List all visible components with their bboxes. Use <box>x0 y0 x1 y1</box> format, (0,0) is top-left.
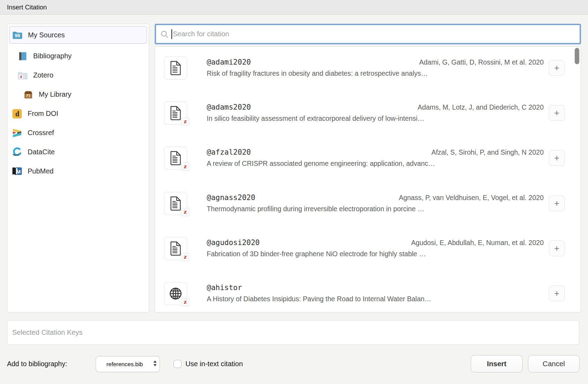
citation-authors: Adami, G, Gatti, D, Rossini, M et al. 20… <box>419 58 544 67</box>
crossref-icon <box>12 128 22 138</box>
add-citation-button[interactable]: + <box>549 60 565 76</box>
svg-text:d: d <box>15 110 19 118</box>
sidebar-item-bibliography[interactable]: Bibliography <box>7 46 149 66</box>
add-citation-button[interactable]: + <box>549 195 565 211</box>
sidebar-item-label: Bibliography <box>33 52 72 60</box>
selected-citation-keys-input[interactable]: Selected Citation Keys <box>7 320 579 345</box>
sidebar-item-label: My Library <box>39 90 71 98</box>
zotero-badge: z <box>181 253 189 261</box>
citation-key: @adami2020 <box>207 58 251 67</box>
sidebar-item-label: My Sources <box>28 31 65 39</box>
sidebar-item-datacite[interactable]: DataCite <box>7 142 149 162</box>
text-caret <box>171 29 172 39</box>
doi-icon: d <box>12 109 22 119</box>
citation-title: A review of CRISPR associated genome eng… <box>207 159 544 168</box>
citation-authors: Agudosi, E, Abdullah, E, Numan, et al. 2… <box>411 238 544 247</box>
bibliography-file-value: references.bib <box>96 356 160 372</box>
sidebar-item-pubmed[interactable]: M PubMed <box>7 162 149 181</box>
citation-title: Fabrication of 3D binder-free graphene N… <box>207 249 544 258</box>
cancel-button[interactable]: Cancel <box>528 355 580 372</box>
search-icon <box>160 30 169 38</box>
dialog-titlebar: Insert Citation <box>0 0 588 15</box>
citation-key: @adams2020 <box>207 103 251 112</box>
sidebar-item-crossref[interactable]: Crossref <box>7 123 149 142</box>
webpage-globe-icon: z <box>164 282 187 305</box>
sidebar-item-zotero[interactable]: z Zotero <box>7 66 149 85</box>
add-citation-button[interactable]: + <box>549 241 565 256</box>
sidebar-item-from-doi[interactable]: d From DOI <box>7 104 149 123</box>
search-input[interactable]: Search for citation <box>155 24 581 44</box>
citation-row[interactable]: z @agnass2020Agnass, P, van Veldhuisen, … <box>164 192 566 215</box>
select-stepper-icon <box>153 361 157 368</box>
document-icon <box>164 57 187 80</box>
sources-sidebar: 99 My Sources Bibliography z Zotero z My… <box>7 24 149 312</box>
add-to-bibliography-label: Add to bibliography: <box>7 356 67 372</box>
use-in-text-citation-checkbox[interactable] <box>174 360 182 368</box>
bibliography-file-select[interactable]: references.bib <box>96 356 160 372</box>
citation-title: Risk of fragility fractures in obesity a… <box>207 69 544 78</box>
citation-row[interactable]: @adami2020Adami, G, Gatti, D, Rossini, M… <box>164 57 566 80</box>
zotero-badge: z <box>181 208 189 216</box>
search-placeholder: Search for citation <box>173 30 229 38</box>
add-citation-button[interactable]: + <box>549 286 565 301</box>
dialog-title: Insert Citation <box>0 0 588 14</box>
zotero-badge: z <box>181 163 189 171</box>
sidebar-item-label: PubMed <box>28 167 54 175</box>
add-citation-button[interactable]: + <box>549 150 565 166</box>
citation-row[interactable]: z @ahistor A History of Diabetes Insipid… <box>164 282 566 305</box>
scrollbar-thumb[interactable] <box>575 48 579 64</box>
citation-list: @adami2020Adami, G, Gatti, D, Rossini, M… <box>155 46 581 312</box>
selected-keys-placeholder: Selected Citation Keys <box>7 320 579 345</box>
citation-key: @afzal2020 <box>207 148 251 157</box>
zotero-badge: z <box>181 118 189 126</box>
zotero-badge: z <box>181 298 189 306</box>
document-icon: z <box>164 237 187 260</box>
citation-authors: Adams, M, Lotz, J, and Diederich, C 2020 <box>418 103 544 112</box>
library-box-icon: z <box>23 89 34 100</box>
quotes-folder-icon: 99 <box>12 30 23 40</box>
zotero-folder-icon: z <box>17 70 28 81</box>
pubmed-icon: M <box>12 166 22 177</box>
citation-key: @ahistor <box>207 283 242 292</box>
svg-text:99: 99 <box>15 33 20 38</box>
add-citation-button[interactable]: + <box>549 105 565 121</box>
sidebar-item-my-library[interactable]: z My Library <box>7 85 149 104</box>
citation-row[interactable]: z @agudosi2020Agudosi, E, Abdullah, E, N… <box>164 237 566 260</box>
citation-title: A History of Diabetes Insipidus: Paving … <box>207 294 544 303</box>
document-icon: z <box>164 147 187 170</box>
sidebar-item-label: Zotero <box>33 71 53 79</box>
citation-key: @agnass2020 <box>207 193 255 202</box>
svg-text:z: z <box>27 94 29 97</box>
citation-title: In silico feasibility assessment of extr… <box>207 114 544 123</box>
sidebar-item-my-sources[interactable]: 99 My Sources <box>9 26 147 44</box>
sidebar-item-label: From DOI <box>28 110 58 118</box>
citation-row[interactable]: z @adams2020Adams, M, Lotz, J, and Diede… <box>164 102 566 125</box>
insert-button[interactable]: Insert <box>471 355 523 372</box>
citation-row[interactable]: z @afzal2020Afzal, S, Sirohi, P, and Sin… <box>164 147 566 170</box>
svg-text:z: z <box>20 74 22 79</box>
book-icon <box>17 51 28 61</box>
citation-authors: Afzal, S, Sirohi, P, and Singh, N 2020 <box>431 148 544 157</box>
citation-title: Thermodynamic profiling during irreversi… <box>207 204 544 213</box>
use-in-text-citation-label[interactable]: Use in-text citation <box>185 356 243 372</box>
citation-authors: Agnass, P, van Veldhuisen, E, Vogel, et … <box>399 193 544 202</box>
document-icon: z <box>164 192 187 215</box>
sidebar-item-label: DataCite <box>28 148 55 156</box>
document-icon: z <box>164 102 187 125</box>
datacite-icon <box>12 147 22 157</box>
citation-key: @agudosi2020 <box>207 238 260 247</box>
sidebar-item-label: Crossref <box>28 129 54 137</box>
